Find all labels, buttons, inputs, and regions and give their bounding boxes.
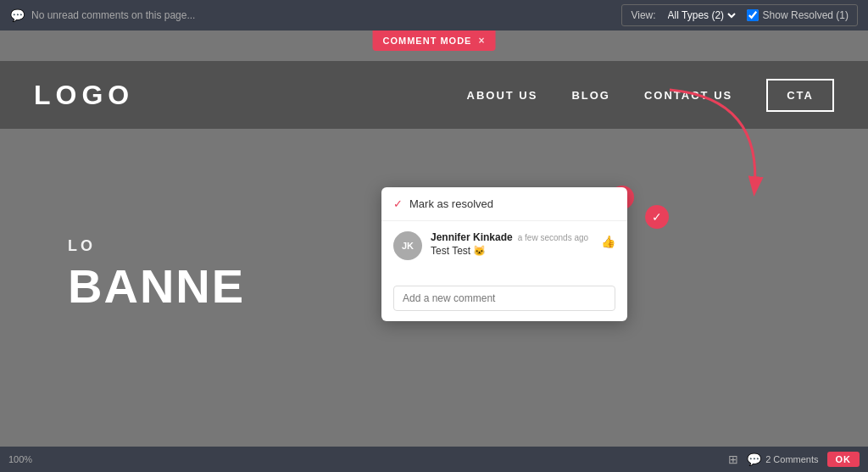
nav-contact[interactable]: CONTACT US (644, 89, 732, 102)
comment-author-row: Jennifer Kinkade a few seconds ago (431, 231, 593, 243)
comments-count: 💬 2 Comments (747, 453, 818, 466)
top-bar-right: View: All Types (2) All Types Comments A… (621, 4, 858, 26)
comment-content: Jennifer Kinkade a few seconds ago Test … (431, 231, 593, 257)
comment-input[interactable] (393, 286, 615, 311)
comment-panel-header: ✓ Mark as resolved (381, 187, 627, 221)
site-nav-links: ABOUT US BLOG CONTACT US CTA (467, 79, 834, 112)
mark-resolved-text[interactable]: Mark as resolved (409, 197, 493, 210)
comment-entry: JK Jennifer Kinkade a few seconds ago Te… (393, 231, 615, 260)
bottom-bar-left: 100% (8, 454, 32, 464)
bubble-icon: 💬 (747, 453, 761, 466)
nav-cta-button[interactable]: CTA (766, 79, 834, 112)
avatar: JK (393, 231, 422, 260)
view-select[interactable]: All Types (2) All Types Comments Annotat… (665, 8, 738, 22)
nav-blog[interactable]: BLOG (571, 89, 610, 102)
comment-mode-close-icon[interactable]: × (478, 35, 485, 47)
hero-title: BANNE (68, 258, 245, 314)
comment-time: a few seconds ago (518, 233, 588, 242)
comment-mode-banner: COMMENT MODE × (373, 31, 496, 51)
show-resolved-text: Show Resolved (1) (763, 9, 849, 21)
comment-author: Jennifer Kinkade (431, 231, 513, 243)
hero-text-area: LO BANNE (68, 237, 245, 314)
comment-panel-body: JK Jennifer Kinkade a few seconds ago Te… (381, 221, 627, 279)
bottom-bar: 100% ⊞ 💬 2 Comments OK (0, 447, 868, 472)
top-bar: 💬 No unread comments on this page... Vie… (0, 0, 868, 31)
ok-button[interactable]: OK (827, 452, 860, 467)
site-logo: LOGO (34, 80, 467, 111)
zoom-label: 100% (8, 454, 32, 464)
check-icon: ✓ (652, 210, 662, 224)
avatar-initials: JK (402, 241, 414, 251)
comment-bubble-resolved[interactable]: ✓ (645, 205, 669, 229)
hero-sub: LO (68, 237, 245, 255)
top-bar-left: 💬 No unread comments on this page... (10, 8, 621, 22)
view-label: View: (631, 9, 655, 21)
no-comments-text: No unread comments on this page... (31, 9, 195, 21)
comments-count-text: 2 Comments (765, 454, 818, 464)
show-resolved-label[interactable]: Show Resolved (1) (747, 9, 849, 21)
website-area: LOGO ABOUT US BLOG CONTACT US CTA LO BAN… (0, 31, 868, 447)
comment-mode-label: COMMENT MODE (383, 36, 472, 46)
mark-resolved-check-icon: ✓ (393, 197, 403, 210)
grid-icon: ⊞ (728, 453, 738, 466)
site-nav: LOGO ABOUT US BLOG CONTACT US CTA (0, 61, 868, 129)
comment-panel: ✓ Mark as resolved JK Jennifer Kinkade a… (381, 187, 627, 321)
bottom-bar-right: ⊞ 💬 2 Comments OK (728, 452, 860, 467)
nav-about[interactable]: ABOUT US (467, 89, 538, 102)
like-icon[interactable]: 👍 (601, 235, 615, 248)
comment-text: Test Test 🐱 (431, 245, 593, 257)
chat-icon: 💬 (10, 8, 25, 22)
comment-input-area (381, 279, 627, 321)
show-resolved-checkbox[interactable] (747, 9, 759, 21)
